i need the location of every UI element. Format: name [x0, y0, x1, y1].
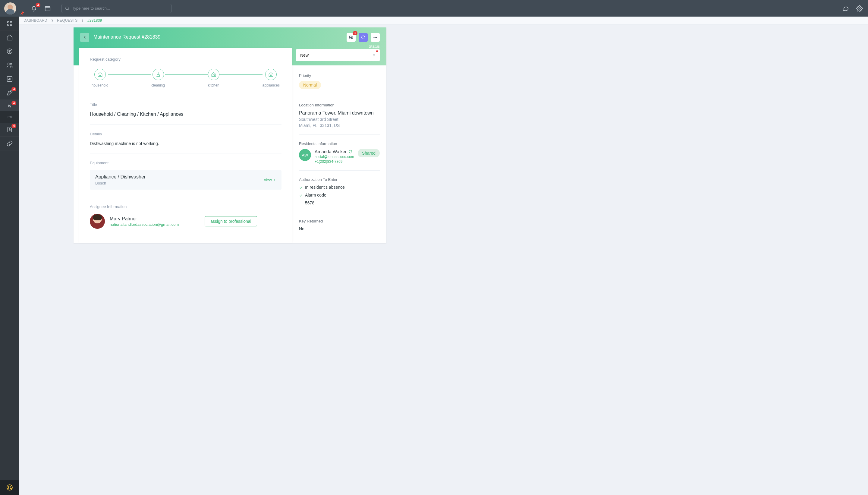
title-value: Household / Cleaning / Kitchen / Applian… [90, 112, 281, 117]
assign-professional-button[interactable]: assign to professional [205, 216, 257, 226]
kitchen-icon [211, 71, 217, 78]
equipment-brand: Bosch [95, 181, 145, 185]
location-name: Panorama Tower, Miami downtown [299, 110, 380, 116]
svg-point-1 [66, 7, 68, 9]
check-icon [299, 194, 302, 198]
category-label-3: kitchen [208, 83, 220, 87]
resident-name-text: Amanda Walker [315, 149, 347, 154]
residents-label: Residents Information [299, 141, 380, 146]
back-button[interactable] [80, 33, 89, 42]
equipment-view-link[interactable]: view [264, 177, 276, 182]
svg-point-11 [7, 485, 12, 490]
svg-point-16 [271, 75, 272, 76]
request-side-panel: Priority Normal Location Information Pan… [292, 65, 386, 243]
svg-point-2 [859, 7, 861, 9]
search-input[interactable] [72, 6, 168, 11]
assignee-email[interactable]: nationallandlordassociation@gmail.com [110, 222, 179, 227]
equipment-name: Appliance / Dishwasher [95, 174, 145, 180]
svg-point-6 [10, 24, 12, 25]
search-input-wrap[interactable] [62, 4, 172, 13]
resident-name: Amanda Walker [315, 149, 354, 154]
breadcrumb-requests[interactable]: REQUESTS [57, 18, 77, 23]
sidebar-tools-badge: 3 [12, 87, 16, 91]
page-title: Maintenance Request #281839 [93, 34, 160, 40]
sidebar-sub-rq[interactable]: rq 3 [0, 100, 19, 111]
sidebar-reports[interactable] [0, 72, 19, 86]
sidebar-apps[interactable] [0, 17, 19, 31]
category-label-1: household [92, 83, 108, 87]
sidebar-people[interactable] [0, 58, 19, 72]
svg-point-12 [374, 37, 374, 38]
chat-icon[interactable] [841, 4, 850, 13]
svg-point-5 [7, 24, 9, 25]
notifications-badge: 3 [36, 3, 40, 7]
refresh-button[interactable] [359, 33, 368, 42]
svg-point-9 [10, 63, 12, 65]
details-value: Dishwashing machine is not working. [90, 141, 281, 146]
key-value: No [299, 226, 380, 231]
category-kitchen: kitchen [208, 69, 220, 87]
svg-point-3 [7, 21, 9, 23]
comments-button[interactable]: 1 [347, 33, 355, 42]
cleaning-icon [155, 71, 161, 78]
category-appliances: appliances [262, 69, 280, 87]
auth-absence: In resident's absence [299, 185, 380, 190]
request-card: Maintenance Request #281839 1 [73, 28, 386, 243]
status-value: New [300, 53, 309, 57]
sidebar-links[interactable] [0, 137, 19, 150]
resident-email[interactable]: social@tenantcloud.com [315, 155, 354, 159]
location-street: Southwest 3rd Street [299, 117, 380, 122]
location-city: Miami, FL, 33131, US [299, 123, 380, 128]
category-label: Request category [90, 57, 281, 62]
svg-point-14 [376, 37, 377, 38]
user-avatar[interactable] [4, 2, 16, 15]
resident-avatar: AW [299, 149, 311, 161]
sidebar-documents[interactable]: 4 [0, 123, 19, 137]
main: DASHBOARD ❯ REQUESTS ❯ #281839 Maintenan… [19, 17, 868, 495]
sidebar-home[interactable] [0, 31, 19, 44]
svg-point-13 [375, 37, 376, 38]
house-icon [97, 71, 103, 78]
breadcrumb: DASHBOARD ❯ REQUESTS ❯ #281839 [19, 17, 868, 24]
equipment-card: Appliance / Dishwasher Bosch view [90, 170, 281, 190]
breadcrumb-current: #281839 [87, 18, 102, 23]
title-label: Title [90, 102, 281, 107]
sidebar-tools[interactable]: 3 [0, 86, 19, 100]
auth-label: Authorization To Enter [299, 177, 380, 182]
auth-absence-text: In resident's absence [305, 185, 345, 190]
category-track: household cleaning kitch [90, 66, 281, 87]
auth-alarm-text: Alarm code [305, 193, 326, 198]
svg-rect-15 [213, 75, 214, 76]
category-cleaning: cleaning [151, 69, 165, 87]
sidebar-finance[interactable] [0, 44, 19, 58]
sync-icon [348, 150, 353, 154]
more-button[interactable] [371, 33, 380, 42]
status-select[interactable]: New [296, 49, 380, 61]
chevron-right-icon [273, 178, 276, 182]
sidebar-sub-rm[interactable]: rm [0, 111, 19, 123]
equipment-label: Equipment [90, 161, 281, 165]
details-label: Details [90, 132, 281, 136]
svg-point-4 [10, 21, 12, 23]
assignee-label: Assignee Information [90, 204, 281, 209]
settings-icon[interactable] [855, 4, 864, 13]
request-details-panel: Request category household cleaning [79, 48, 292, 243]
sidebar-sub-rq-label: rq [8, 103, 12, 108]
topbar: 📌 3 [0, 0, 868, 17]
sidebar-sub-rm-label: rm [7, 115, 12, 119]
resident-phone[interactable]: +1(202)834-7869 [315, 159, 354, 164]
status-label: Status [369, 44, 380, 49]
pin-icon: 📌 [20, 12, 24, 15]
sidebar-doc-badge: 4 [12, 124, 16, 128]
calendar-icon[interactable] [44, 4, 52, 13]
sidebar-support[interactable] [0, 480, 19, 495]
notifications-icon[interactable]: 3 [30, 4, 38, 13]
key-label: Key Returned [299, 219, 380, 223]
category-household: household [92, 69, 108, 87]
auth-alarm: Alarm code [299, 193, 380, 198]
category-label-2: cleaning [151, 83, 165, 87]
status-indicator-dot [376, 50, 378, 52]
sidebar-rq-badge: 3 [12, 101, 16, 105]
equipment-view-label: view [264, 177, 272, 182]
breadcrumb-dashboard[interactable]: DASHBOARD [23, 18, 47, 23]
